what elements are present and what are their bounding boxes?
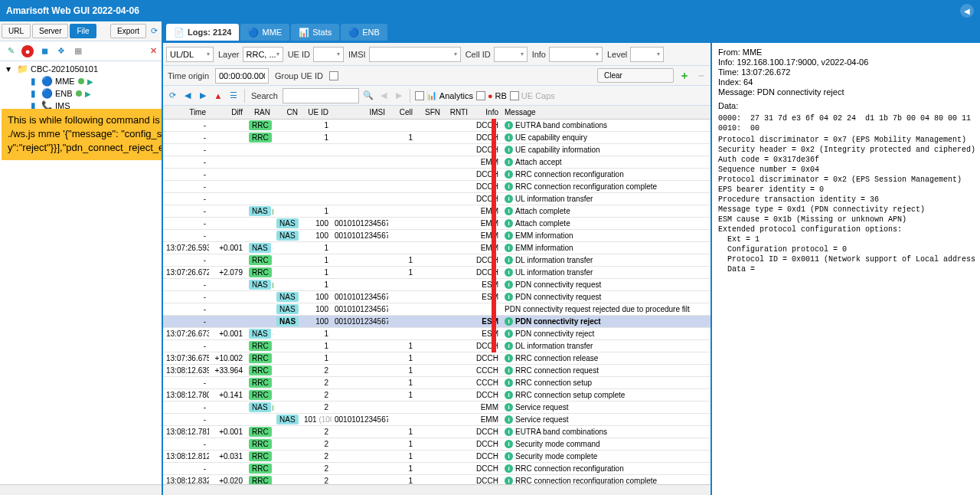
tab-enb[interactable]: 🔵ENB (341, 24, 387, 41)
ueid-combo[interactable] (313, 47, 344, 62)
cellid-combo[interactable] (494, 47, 528, 62)
log-row[interactable]: 13:08:12.780 +0.141 RRC 2 1 DCCH iRRC co… (163, 389, 710, 402)
info-icon[interactable]: i (505, 366, 513, 375)
log-row[interactable]: - RRC 2 1 CCCH iRRC connection setup (163, 377, 710, 389)
analytics-toggle[interactable]: 📊Analytics (415, 90, 473, 100)
imsi-combo[interactable] (369, 47, 461, 62)
info-icon[interactable]: i (505, 280, 513, 289)
tree-node-enb[interactable]: ▮ 🔵 ENB ▶ (2, 87, 160, 100)
refresh-icon[interactable]: ⟳ (148, 25, 160, 38)
log-row[interactable]: - NAS 100 001010123456789 PDN connectivi… (163, 303, 710, 316)
record-icon[interactable]: ● (21, 45, 34, 57)
next-icon[interactable]: ▶ (197, 90, 209, 102)
close-icon[interactable]: ✕ (150, 46, 157, 56)
wand-icon[interactable]: ✎ (5, 45, 17, 57)
col-diff[interactable]: Diff (209, 106, 246, 119)
log-row[interactable]: 13:08:12.832 +0.020 RRC 2 1 DCCH iRRC co… (163, 475, 710, 484)
log-row[interactable]: 13:08:12.812 +0.031 RRC 2 1 DCCH iSecuri… (163, 451, 710, 463)
col-cell[interactable]: Cell (388, 106, 416, 119)
server-button[interactable]: Server (32, 24, 68, 38)
log-row[interactable]: 13:07:26.673 +0.001 NAS ◀ 1 ESM iPDN con… (163, 328, 710, 340)
add-icon[interactable]: ＋ (678, 70, 691, 82)
group-ueid-checkbox[interactable] (329, 71, 338, 80)
file-button[interactable]: File (70, 24, 96, 38)
info-icon[interactable]: i (505, 317, 513, 326)
info-icon[interactable]: i (505, 477, 513, 484)
search-prev-icon[interactable]: ◀ (377, 90, 390, 102)
info-combo[interactable] (549, 47, 603, 62)
info-icon[interactable]: i (505, 293, 513, 301)
layer-combo[interactable]: RRC, ... (243, 47, 283, 62)
binoculars-icon[interactable]: 🔍 (362, 90, 374, 102)
level-combo[interactable] (630, 47, 664, 62)
info-icon[interactable]: i (505, 415, 513, 424)
grid-icon[interactable]: ▦ (72, 45, 84, 57)
col-ueid[interactable]: UE ID (301, 106, 332, 119)
tab-logs[interactable]: 📄Logs: 2124 (166, 24, 239, 41)
info-icon[interactable]: i (505, 268, 513, 277)
uecaps-toggle[interactable]: UE Caps (510, 91, 555, 100)
log-row[interactable]: - RRC 1 1 DCCH iDL information transfer (163, 254, 710, 267)
grid-scrollbar[interactable] (163, 484, 710, 495)
info-icon[interactable]: i (505, 182, 513, 191)
log-row[interactable]: - NAS ▶ 1 ESM iPDN connectivity request (163, 279, 710, 291)
info-icon[interactable]: i (505, 440, 513, 448)
log-row[interactable]: - RRC 1 DCCH iEUTRA band combinations (163, 120, 710, 132)
log-row[interactable]: - DCCH iUE capability information (163, 144, 710, 156)
time-origin-input[interactable] (215, 68, 269, 84)
col-message[interactable]: Message (501, 106, 710, 119)
info-icon[interactable]: i (505, 207, 513, 215)
clear-button[interactable]: Clear (597, 68, 674, 83)
info-icon[interactable]: i (505, 146, 513, 154)
list-icon[interactable]: ☰ (227, 90, 240, 102)
search-input[interactable] (283, 88, 359, 103)
log-row[interactable]: - DCCH iRRC connection reconfiguration (163, 169, 710, 181)
tab-mme[interactable]: 🔵MME (240, 24, 289, 41)
log-row[interactable]: - RRC 2 1 DCCH iRRC connection reconfigu… (163, 463, 710, 475)
tab-stats[interactable]: 📊Stats (291, 24, 339, 41)
info-icon[interactable]: i (505, 354, 513, 362)
log-row[interactable]: - NAS 101 (100) 001010123456789 EMM iSer… (163, 414, 710, 426)
collapse-button[interactable]: ◀ (960, 4, 974, 18)
log-row[interactable]: 13:07:26.672 +2.079 RRC 1 1 DCCH iUL inf… (163, 267, 710, 279)
info-icon[interactable]: i (505, 133, 513, 142)
log-row[interactable]: 13:07:36.675 +10.002 RRC 1 1 DCCH iRRC c… (163, 352, 710, 365)
col-imsi[interactable]: IMSI (332, 106, 388, 119)
remove-icon[interactable]: － (695, 70, 707, 82)
tree-root[interactable]: ▾ 📁 CBC-2021050101 (2, 63, 160, 75)
col-rnti[interactable]: RNTI (443, 106, 471, 119)
log-row[interactable]: - EMM iAttach accept (163, 156, 710, 169)
col-sfn[interactable]: SFN (416, 106, 443, 119)
col-ran[interactable]: RAN (246, 106, 273, 119)
info-icon[interactable]: i (505, 158, 513, 166)
stop-icon[interactable]: ◼ (38, 45, 51, 57)
warn-icon[interactable]: ▲ (212, 90, 224, 102)
sidebar-scrollbar[interactable] (0, 484, 162, 495)
rb-toggle[interactable]: ●RB (476, 91, 507, 100)
log-row[interactable]: - RRC 2 1 DCCH iSecurity mode command (163, 438, 710, 451)
col-time[interactable]: Time (163, 106, 209, 119)
log-row[interactable]: 13:07:26.593 +0.001 NAS ◀ 1 EMM iEMM inf… (163, 242, 710, 254)
prev-icon[interactable]: ◀ (181, 90, 194, 102)
log-row[interactable]: 13:08:12.781 +0.001 RRC 2 1 DCCH iEUTRA … (163, 426, 710, 438)
log-row[interactable]: - NAS ▶ 2 EMM iService request (163, 402, 710, 414)
log-row[interactable]: 13:08:12.639 +33.964 RRC 2 1 CCCH iRRC c… (163, 365, 710, 377)
search-next-icon[interactable]: ▶ (393, 90, 405, 102)
info-icon[interactable]: i (505, 219, 513, 228)
info-icon[interactable]: i (505, 403, 513, 411)
log-row[interactable]: - RRC 1 1 DCCH iUE capability enquiry (163, 132, 710, 144)
info-icon[interactable]: i (505, 329, 513, 338)
log-grid[interactable]: TimeDiffRANCNUE IDIMSICellSFNRNTIInfoMes… (163, 106, 710, 484)
tree-node-mme[interactable]: ▮ 🔵 MME ▶ (2, 75, 160, 87)
log-row[interactable]: - NAS 100 001010123456789 EMM iAttach co… (163, 218, 710, 230)
col-cn[interactable]: CN (273, 106, 301, 119)
log-row[interactable]: - NAS 100 001010123456789 EMM iEMM infor… (163, 230, 710, 242)
export-button[interactable]: Export (110, 24, 146, 38)
url-button[interactable]: URL (2, 24, 31, 38)
info-icon[interactable]: i (505, 231, 513, 240)
sync-icon[interactable]: ❖ (55, 45, 67, 57)
log-row[interactable]: - NAS ▶ 1 EMM iAttach complete (163, 205, 710, 218)
info-icon[interactable]: i (505, 452, 513, 461)
log-row[interactable]: - NAS 100 001010123456789 ESM iPDN conne… (163, 316, 710, 328)
info-icon[interactable]: i (505, 464, 513, 473)
